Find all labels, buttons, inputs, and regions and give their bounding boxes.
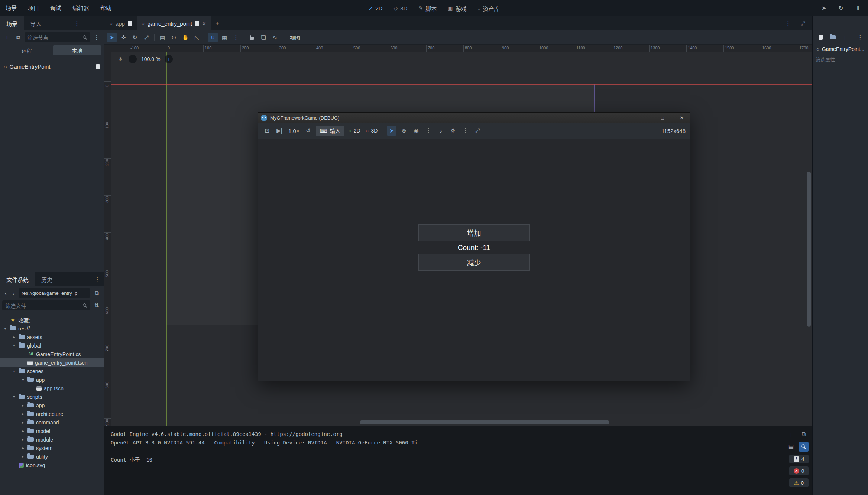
chevron-right-icon[interactable]: ▸ bbox=[21, 455, 25, 459]
rotate-tool-icon[interactable]: ↻ bbox=[130, 33, 140, 42]
add-node-icon[interactable]: + bbox=[2, 33, 12, 42]
new-scene-tab-button[interactable]: + bbox=[211, 16, 224, 30]
fullscreen-icon[interactable]: ⤢ bbox=[473, 126, 482, 136]
list-item[interactable]: game_entry_point.tscn bbox=[0, 358, 104, 367]
list-item[interactable]: app.tscn bbox=[0, 384, 104, 393]
filter-files-input[interactable]: 筛选文件 bbox=[2, 300, 90, 310]
list-item[interactable]: ▸utility bbox=[0, 452, 104, 461]
workspace-game[interactable]: ▣ 游戏 bbox=[448, 4, 466, 12]
errors-badge[interactable]: ✕ 0 bbox=[789, 466, 809, 475]
chevron-right-icon[interactable]: ▸ bbox=[21, 437, 25, 442]
copy-log-icon[interactable]: ⧉ bbox=[799, 429, 809, 439]
scale-tool-icon[interactable]: ⤢ bbox=[142, 33, 151, 42]
center-view-icon[interactable]: ✳ bbox=[117, 55, 124, 63]
workspace-script[interactable]: ✎ 脚本 bbox=[418, 4, 437, 12]
reset-speed-icon[interactable]: ↺ bbox=[304, 126, 313, 136]
chevron-down-icon[interactable]: ▾ bbox=[3, 326, 7, 330]
list-item[interactable]: ▸assets bbox=[0, 333, 104, 341]
filter-nodes-input[interactable]: 筛选节点 bbox=[25, 32, 90, 42]
lock-icon[interactable] bbox=[247, 33, 257, 42]
node-picker-icon[interactable]: ⊚ bbox=[399, 126, 409, 136]
move-tool-icon[interactable]: ✜ bbox=[119, 33, 128, 42]
menu-help[interactable]: 帮助 bbox=[95, 0, 117, 16]
smart-snap-icon[interactable]: ∪ bbox=[208, 33, 218, 42]
messages-badge[interactable]: ! 4 bbox=[789, 455, 809, 463]
list-item[interactable]: ▾scenes bbox=[0, 367, 104, 375]
time-scale-label[interactable]: 1.0× bbox=[287, 128, 301, 134]
instance-scene-icon[interactable]: ⧉ bbox=[13, 33, 23, 42]
input-mode-button[interactable]: ⌨ 输入 bbox=[316, 126, 344, 136]
workspace-2d[interactable]: ↗ 2D bbox=[369, 5, 383, 12]
horizontal-scrollbar[interactable] bbox=[360, 420, 609, 424]
filesystem-menu-icon[interactable]: ⋮ bbox=[93, 274, 102, 284]
scene-dock-menu-icon[interactable]: ⋮ bbox=[92, 33, 101, 42]
list-item[interactable]: ▸command bbox=[0, 418, 104, 427]
zoom-level[interactable]: 100.0 % bbox=[141, 56, 160, 62]
scene-tab-app[interactable]: ○ app bbox=[105, 16, 137, 30]
distraction-free-icon[interactable]: ⤢ bbox=[798, 19, 808, 28]
workspace-3d[interactable]: ◇ 3D bbox=[393, 5, 407, 12]
save-resource-icon[interactable]: ↓ bbox=[840, 32, 850, 42]
menu-project[interactable]: 项目 bbox=[22, 0, 45, 16]
menu-editor[interactable]: 编辑器 bbox=[67, 0, 95, 16]
list-item[interactable]: ▸module bbox=[0, 435, 104, 444]
list-item[interactable]: C#GameEntryPoint.cs bbox=[0, 350, 104, 358]
scene-tab-game-entry-point[interactable]: ○ game_entry_point ✕ bbox=[137, 16, 211, 30]
tab-filesystem[interactable]: 文件系统 bbox=[0, 272, 35, 286]
list-item[interactable]: ▸system bbox=[0, 444, 104, 452]
chevron-down-icon[interactable]: ▾ bbox=[21, 378, 25, 382]
pivot-tool-icon[interactable]: ⊙ bbox=[169, 33, 179, 42]
split-view-icon[interactable]: ⧉ bbox=[92, 288, 101, 298]
chevron-down-icon[interactable]: ▾ bbox=[12, 369, 16, 373]
chevron-right-icon[interactable]: ▸ bbox=[21, 420, 25, 424]
decrease-button[interactable]: 减少 bbox=[418, 254, 530, 271]
increase-button[interactable]: 增加 bbox=[418, 224, 530, 241]
menu-debug[interactable]: 调试 bbox=[45, 0, 67, 16]
snap-options-icon[interactable]: ⋮ bbox=[231, 33, 241, 42]
tab-history[interactable]: 历史 bbox=[35, 272, 59, 286]
local-button[interactable]: 本地 bbox=[53, 45, 102, 55]
tab-scene-dock[interactable]: 场景 bbox=[0, 16, 24, 30]
list-item[interactable]: ▸architecture bbox=[0, 410, 104, 418]
back-icon[interactable]: ‹ bbox=[2, 288, 9, 298]
chevron-right-icon[interactable]: ▸ bbox=[12, 335, 16, 339]
zoom-in-button[interactable]: + bbox=[165, 55, 173, 63]
vertical-scrollbar[interactable] bbox=[807, 172, 811, 327]
sort-files-icon[interactable]: ⇅ bbox=[92, 301, 101, 310]
inspector-extra-menu-icon[interactable]: ⋮ bbox=[855, 32, 865, 42]
tab-import-dock[interactable]: 导入 bbox=[24, 16, 48, 30]
select-tool-icon[interactable]: ➤ bbox=[107, 33, 117, 42]
list-item[interactable]: ▾global bbox=[0, 341, 104, 350]
chevron-right-icon[interactable]: ▸ bbox=[21, 429, 25, 433]
grid-snap-icon[interactable]: ▦ bbox=[220, 33, 229, 42]
pan-tool-icon[interactable]: ✋ bbox=[181, 33, 190, 42]
reload-icon[interactable]: ↻ bbox=[836, 3, 846, 13]
warnings-badge[interactable]: ⚠ 0 bbox=[789, 478, 809, 487]
select-mode-icon[interactable]: ➤ bbox=[387, 126, 396, 136]
chevron-right-icon[interactable]: ▸ bbox=[21, 446, 25, 450]
audio-mute-icon[interactable]: ♪ bbox=[436, 126, 446, 136]
filter-properties-input[interactable]: 筛选属性 bbox=[816, 56, 865, 63]
close-icon[interactable]: ✕ bbox=[202, 21, 206, 26]
window-title-bar[interactable]: MyGFrameworkGame (DEBUG) — □ ✕ bbox=[258, 113, 690, 123]
view-menu[interactable]: 视图 bbox=[286, 34, 304, 41]
chevron-right-icon[interactable]: ▸ bbox=[21, 403, 25, 407]
selection-list-icon[interactable]: ▤ bbox=[158, 33, 167, 42]
list-item[interactable]: ★收藏： bbox=[0, 316, 104, 324]
scene-tree-root-node[interactable]: ○ GameEntryPoint bbox=[0, 62, 104, 72]
chevron-down-icon[interactable]: ▾ bbox=[12, 343, 16, 348]
new-resource-icon[interactable] bbox=[816, 32, 825, 42]
remote-button[interactable]: 远程 bbox=[2, 45, 51, 55]
visibility-icon[interactable]: ◉ bbox=[411, 126, 421, 136]
zoom-out-button[interactable]: − bbox=[129, 55, 137, 63]
search-log-icon[interactable] bbox=[799, 442, 809, 452]
list-item[interactable]: ▾scripts bbox=[0, 393, 104, 401]
load-resource-icon[interactable] bbox=[828, 32, 838, 42]
more-options-icon[interactable]: ⋮ bbox=[460, 126, 470, 136]
minimize-icon[interactable]: — bbox=[635, 113, 651, 123]
scene-tabs-menu-icon[interactable]: ⋮ bbox=[783, 19, 793, 28]
chevron-down-icon[interactable]: ▾ bbox=[12, 395, 16, 399]
ruler-tool-icon[interactable]: ◺ bbox=[192, 33, 202, 42]
maximize-icon[interactable]: □ bbox=[654, 113, 671, 123]
suspend-2d-button[interactable]: ○ 2D bbox=[347, 128, 362, 134]
